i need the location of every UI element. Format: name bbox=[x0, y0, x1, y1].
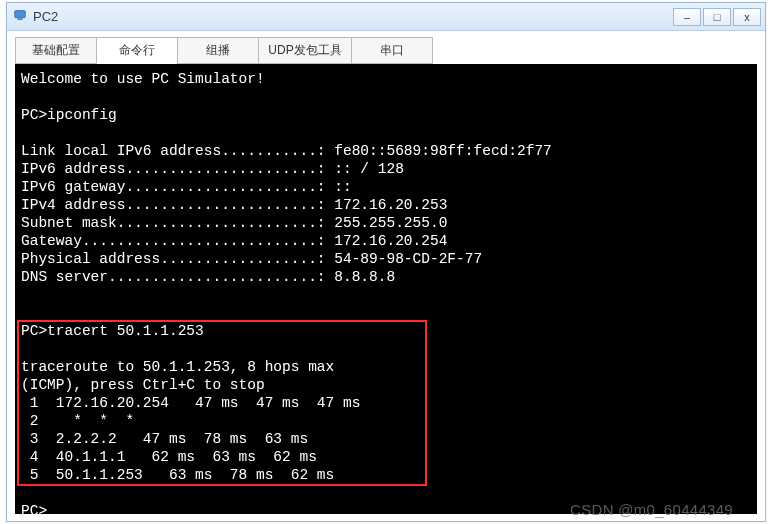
tab-label: 组播 bbox=[206, 43, 230, 57]
minimize-button[interactable]: – bbox=[673, 8, 701, 26]
terminal-line: Link local IPv6 address...........: fe80… bbox=[21, 143, 552, 159]
tab-multicast[interactable]: 组播 bbox=[177, 37, 259, 64]
window-title: PC2 bbox=[33, 9, 58, 24]
terminal-prompt: PC> bbox=[21, 503, 47, 514]
tab-label: 基础配置 bbox=[32, 43, 80, 57]
terminal-line: Gateway...........................: 172.… bbox=[21, 233, 447, 249]
tab-bar: 基础配置 命令行 组播 UDP发包工具 串口 bbox=[7, 31, 765, 64]
terminal-line: 3 2.2.2.2 47 ms 78 ms 63 ms bbox=[21, 431, 308, 447]
titlebar: PC2 – □ x bbox=[7, 3, 765, 31]
terminal-line: Physical address..................: 54-8… bbox=[21, 251, 482, 267]
terminal-line: 2 * * * bbox=[21, 413, 134, 429]
maximize-button[interactable]: □ bbox=[703, 8, 731, 26]
tab-command-line[interactable]: 命令行 bbox=[96, 37, 178, 64]
terminal-line: Welcome to use PC Simulator! bbox=[21, 71, 265, 87]
terminal-line: traceroute to 50.1.1.253, 8 hops max bbox=[21, 359, 334, 375]
app-icon bbox=[13, 8, 27, 25]
terminal-prompt: PC>tracert 50.1.1.253 bbox=[21, 323, 204, 339]
terminal-line: DNS server........................: 8.8.… bbox=[21, 269, 395, 285]
terminal-line: IPv6 gateway......................: :: bbox=[21, 179, 352, 195]
terminal-line: IPv6 address......................: :: /… bbox=[21, 161, 404, 177]
terminal-line: (ICMP), press Ctrl+C to stop bbox=[21, 377, 265, 393]
terminal-line: 5 50.1.1.253 63 ms 78 ms 62 ms bbox=[21, 467, 334, 483]
tab-basic-config[interactable]: 基础配置 bbox=[15, 37, 97, 64]
terminal-line: Subnet mask.......................: 255.… bbox=[21, 215, 447, 231]
app-window: PC2 – □ x 基础配置 命令行 组播 UDP发包工具 串口 Welcome… bbox=[6, 2, 766, 522]
tab-label: 串口 bbox=[380, 43, 404, 57]
tab-serial[interactable]: 串口 bbox=[351, 37, 433, 64]
terminal[interactable]: Welcome to use PC Simulator! PC>ipconfig… bbox=[15, 64, 757, 514]
watermark: CSDN @m0_60444349 bbox=[570, 501, 733, 518]
terminal-prompt: PC>ipconfig bbox=[21, 107, 117, 123]
tab-udp-tool[interactable]: UDP发包工具 bbox=[258, 37, 352, 64]
svg-rect-1 bbox=[17, 19, 22, 20]
close-button[interactable]: x bbox=[733, 8, 761, 26]
tab-label: UDP发包工具 bbox=[268, 43, 341, 57]
terminal-line: 1 172.16.20.254 47 ms 47 ms 47 ms bbox=[21, 395, 360, 411]
terminal-line: 4 40.1.1.1 62 ms 63 ms 62 ms bbox=[21, 449, 317, 465]
tab-label: 命令行 bbox=[119, 43, 155, 57]
terminal-line: IPv4 address......................: 172.… bbox=[21, 197, 447, 213]
svg-rect-0 bbox=[15, 11, 26, 18]
